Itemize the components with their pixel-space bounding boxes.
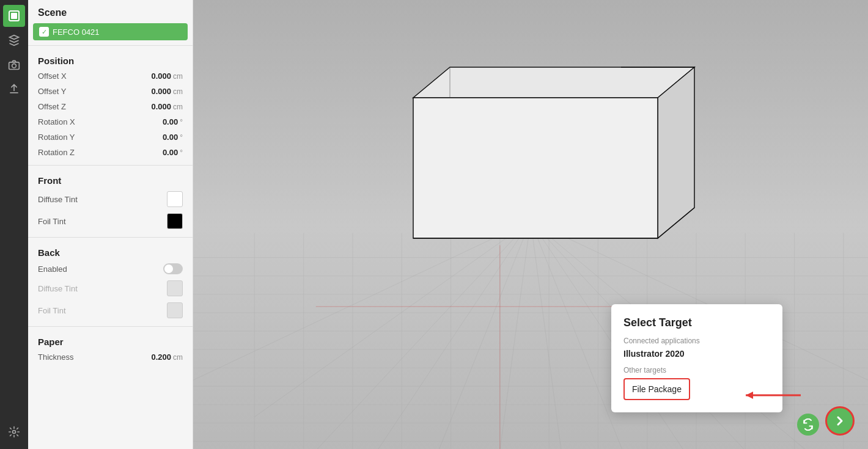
icon-bar (0, 0, 28, 449)
offset-z-label: Offset Z (38, 102, 66, 111)
back-enabled-label: Enabled (38, 265, 67, 274)
scene-item[interactable]: ✓ FEFCO 0421 (33, 23, 188, 40)
svg-point-3 (12, 64, 17, 68)
camera-icon[interactable] (3, 54, 25, 76)
offset-z-num: 0.000 (151, 102, 171, 111)
check-icon: ✓ (39, 27, 49, 37)
red-arrow (740, 383, 813, 407)
popup-other-label: Other targets (623, 366, 770, 374)
svg-point-4 (13, 431, 16, 434)
settings-icon[interactable] (3, 421, 25, 443)
rotation-y-label: Rotation Y (38, 133, 75, 142)
panel-title: Scene (28, 0, 193, 23)
paper-thickness-row: Thickness 0.200 cm (28, 349, 193, 365)
offset-z-unit: cm (173, 103, 183, 111)
offset-x-unit: cm (173, 72, 183, 81)
rotation-x-label: Rotation X (38, 117, 75, 126)
front-foil-row: Foil Tint (28, 210, 193, 232)
rotation-z-num: 0.00 (163, 148, 178, 157)
rotation-x-row: Rotation X 0.00 ° (28, 114, 193, 130)
rotation-y-num: 0.00 (163, 133, 178, 142)
position-section-title: Position (28, 51, 193, 68)
offset-x-num: 0.000 (151, 71, 171, 81)
svg-marker-44 (413, 67, 694, 98)
front-diffuse-row: Diffuse Tint (28, 188, 193, 210)
rotation-z-unit: ° (180, 148, 183, 157)
svg-marker-51 (746, 392, 753, 399)
front-foil-label: Foil Tint (38, 217, 66, 226)
back-enabled-row: Enabled (28, 260, 193, 277)
back-foil-swatch (167, 302, 183, 318)
divider-1 (28, 45, 193, 46)
scene-item-label: FEFCO 0421 (53, 27, 100, 37)
back-diffuse-label: Diffuse Tint (38, 284, 78, 293)
back-foil-label: Foil Tint (38, 306, 66, 315)
3d-box (340, 49, 731, 305)
divider-2 (28, 165, 193, 166)
offset-x-label: Offset X (38, 71, 67, 81)
offset-y-unit: cm (173, 87, 183, 96)
paper-thickness-num: 0.200 (151, 352, 171, 362)
viewport[interactable]: Select Target Connected applications Ill… (193, 0, 868, 449)
offset-x-row: Offset X 0.000 cm (28, 68, 193, 84)
offset-y-value: 0.000 cm (151, 87, 183, 96)
paper-thickness-value: 0.200 cm (151, 352, 183, 362)
popup-title: Select Target (623, 316, 770, 329)
rotation-x-num: 0.00 (163, 117, 178, 126)
file-package-button[interactable]: File Package (623, 378, 690, 400)
front-diffuse-swatch[interactable] (167, 191, 183, 207)
scene-icon[interactable] (3, 5, 25, 27)
back-section-title: Back (28, 243, 193, 260)
rotation-y-row: Rotation Y 0.00 ° (28, 130, 193, 145)
next-button[interactable] (825, 406, 855, 436)
svg-rect-1 (11, 13, 17, 19)
front-diffuse-label: Diffuse Tint (38, 195, 78, 204)
offset-y-row: Offset Y 0.000 cm (28, 84, 193, 99)
paper-section-title: Paper (28, 332, 193, 349)
back-diffuse-row: Diffuse Tint (28, 277, 193, 299)
side-panel: Scene ✓ FEFCO 0421 Position Offset X 0.0… (28, 0, 193, 449)
paper-thickness-unit: cm (173, 353, 183, 362)
front-section-title: Front (28, 170, 193, 188)
rotation-z-row: Rotation Z 0.00 ° (28, 145, 193, 160)
popup-app-name: Illustrator 2020 (623, 349, 770, 359)
rotation-x-value: 0.00 ° (163, 117, 183, 126)
offset-z-row: Offset Z 0.000 cm (28, 99, 193, 114)
back-enabled-toggle[interactable] (163, 263, 183, 274)
layers-icon[interactable] (3, 29, 25, 51)
front-foil-swatch[interactable] (167, 213, 183, 229)
svg-marker-46 (413, 98, 658, 238)
paper-thickness-label: Thickness (38, 352, 74, 362)
offset-y-num: 0.000 (151, 87, 171, 96)
popup-connected-label: Connected applications (623, 337, 770, 345)
offset-x-value: 0.000 cm (151, 71, 183, 81)
divider-3 (28, 237, 193, 238)
divider-4 (28, 326, 193, 327)
offset-z-value: 0.000 cm (151, 102, 183, 111)
offset-y-label: Offset Y (38, 87, 67, 96)
back-foil-row: Foil Tint (28, 299, 193, 321)
rotation-z-value: 0.00 ° (163, 148, 183, 157)
refresh-button[interactable] (797, 414, 819, 436)
rotation-y-unit: ° (180, 133, 183, 142)
rotation-z-label: Rotation Z (38, 148, 75, 157)
rotation-y-value: 0.00 ° (163, 133, 183, 142)
rotation-x-unit: ° (180, 118, 183, 126)
export-icon[interactable] (3, 78, 25, 100)
back-diffuse-swatch (167, 280, 183, 296)
